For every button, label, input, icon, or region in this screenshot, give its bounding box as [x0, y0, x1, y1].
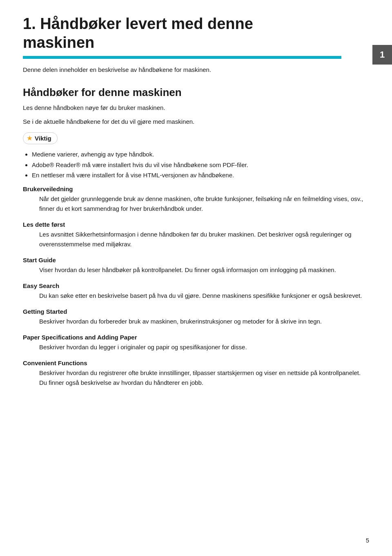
- viktig-label: Viktig: [35, 135, 51, 142]
- chapter-heading: 1. Håndbøker levert med denne maskinen: [23, 15, 369, 52]
- handbook-section-brukerveiledning: Brukerveiledning Når det gjelder grunnle…: [23, 185, 369, 214]
- handbook-title: Brukerveiledning: [23, 185, 369, 192]
- handbook-title: Paper Specifications and Adding Paper: [23, 334, 369, 341]
- handbook-title: Start Guide: [23, 257, 369, 263]
- section-title: Håndbøker for denne maskinen: [23, 86, 369, 99]
- handbook-body: Når det gjelder grunnleggende bruk av de…: [39, 194, 369, 214]
- handbook-body: Viser hvordan du leser håndbøker på kont…: [39, 265, 369, 275]
- page-container: 1 1. Håndbøker levert med denne maskinen…: [0, 0, 392, 556]
- viktig-box: ★ Viktig: [23, 132, 58, 144]
- handbook-section-convenient-functions: Convenient Functions Beskriver hvordan d…: [23, 360, 369, 388]
- handbook-title: Getting Started: [23, 308, 369, 315]
- page-number-badge: 1: [372, 45, 392, 65]
- section-intro2: Se i de aktuelle håndbøkene for det du v…: [23, 117, 369, 127]
- handbook-section-paper-specs: Paper Specifications and Adding Paper Be…: [23, 334, 369, 352]
- handbook-section-getting-started: Getting Started Beskriver hvordan du for…: [23, 308, 369, 326]
- viktig-star-icon: ★: [27, 134, 33, 143]
- section-intro1: Les denne håndboken nøye før du bruker m…: [23, 103, 369, 113]
- handbook-title: Convenient Functions: [23, 360, 369, 366]
- footer-page-number: 5: [366, 537, 369, 544]
- handbook-body: Beskriver hvordan du forbereder bruk av …: [39, 317, 369, 326]
- handbook-section-les-dette: Les dette først Les avsnittet Sikkerhets…: [23, 221, 369, 249]
- chapter-subtitle: Denne delen inneholder en beskrivelse av…: [23, 66, 369, 73]
- handbook-title: Les dette først: [23, 221, 369, 228]
- list-item: Mediene varierer, avhengig av type håndb…: [32, 149, 369, 160]
- handbook-body: Les avsnittet Sikkerhetsinformasjon i de…: [39, 230, 369, 249]
- page-number: 1: [380, 49, 385, 60]
- list-item: Adobe® Reader® må være installert hvis d…: [32, 160, 369, 170]
- handbook-section-easy-search: Easy Search Du kan søke etter en beskriv…: [23, 282, 369, 301]
- cyan-divider: [23, 56, 341, 59]
- handbook-section-start-guide: Start Guide Viser hvordan du leser håndb…: [23, 257, 369, 275]
- handbook-body: Beskriver hvordan du registrerer ofte br…: [39, 368, 369, 388]
- handbook-body: Beskriver hvordan du legger i originaler…: [39, 342, 369, 352]
- handbook-body: Du kan søke etter en beskrivelse basert …: [39, 291, 369, 301]
- list-item: En nettleser må være installert for å vi…: [32, 170, 369, 181]
- bullet-list: Mediene varierer, avhengig av type håndb…: [32, 149, 369, 181]
- handbook-title: Easy Search: [23, 282, 369, 289]
